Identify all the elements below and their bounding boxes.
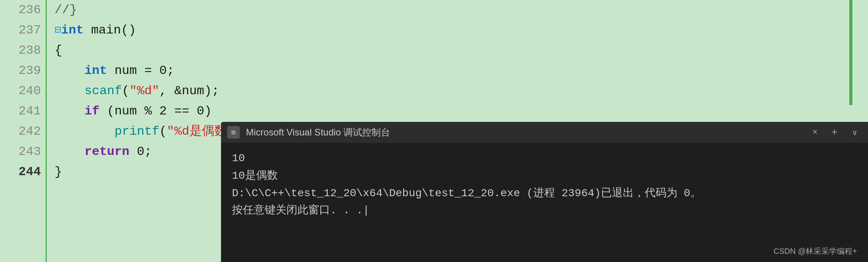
line-number: 241 bbox=[18, 101, 41, 121]
code-token: , &num); bbox=[159, 81, 219, 101]
line-number: 242 bbox=[18, 121, 41, 142]
line-number: 239 bbox=[18, 61, 41, 81]
line-number: 240 bbox=[18, 81, 41, 101]
code-line: int num = 0; bbox=[55, 61, 868, 81]
code-token: ⊟ bbox=[55, 22, 61, 39]
code-line: ⊟int main() bbox=[55, 20, 868, 40]
line-number: 237 bbox=[18, 20, 41, 40]
code-line: { bbox=[55, 40, 868, 61]
code-token: if bbox=[85, 102, 99, 121]
line-number: 236 bbox=[18, 0, 41, 20]
code-token bbox=[55, 122, 115, 141]
right-scrollbar-indicator bbox=[849, 0, 852, 105]
editor-area: 236237238239240241242243244 //}⊟int main… bbox=[0, 0, 868, 262]
watermark: CSDN @林采采学编程+ bbox=[774, 245, 857, 257]
terminal-body: 1010是偶数D:\C\C++\test_12_20\x64\Debug\tes… bbox=[221, 143, 868, 262]
code-token: //} bbox=[55, 0, 77, 20]
code-line: //} bbox=[55, 0, 868, 20]
terminal-icon: ⊞ bbox=[227, 126, 240, 139]
code-token: 0; bbox=[129, 142, 152, 162]
code-token bbox=[55, 102, 85, 121]
code-token: } bbox=[55, 162, 62, 182]
code-token: scanf bbox=[85, 81, 122, 101]
code-token: return bbox=[85, 142, 129, 162]
terminal-output-line: D:\C\C++\test_12_20\x64\Debug\test_12_20… bbox=[232, 185, 857, 202]
code-token: main() bbox=[83, 21, 136, 40]
line-number: 238 bbox=[18, 40, 41, 61]
code-token: int bbox=[85, 61, 107, 81]
terminal-titlebar: ⊞ Microsoft Visual Studio 调试控制台 × + ∨ bbox=[221, 122, 868, 143]
terminal-output-line: 10是偶数 bbox=[232, 167, 857, 185]
code-token bbox=[55, 81, 85, 101]
code-token: num = 0; bbox=[107, 61, 174, 81]
terminal-overlay: ⊞ Microsoft Visual Studio 调试控制台 × + ∨ 10… bbox=[221, 122, 868, 262]
code-line: if (num % 2 == 0) bbox=[55, 101, 868, 121]
line-numbers: 236237238239240241242243244 bbox=[0, 0, 47, 262]
terminal-output-line: 按任意键关闭此窗口. . .| bbox=[232, 202, 857, 220]
code-token: int bbox=[61, 21, 84, 40]
terminal-dropdown-button[interactable]: ∨ bbox=[848, 125, 862, 139]
code-token bbox=[55, 142, 85, 162]
code-token: "%d" bbox=[129, 81, 159, 101]
code-line: scanf("%d", &num); bbox=[55, 81, 868, 101]
code-token: (num % 2 == 0) bbox=[99, 102, 212, 121]
terminal-title: Microsoft Visual Studio 调试控制台 bbox=[246, 126, 803, 139]
code-token: printf bbox=[115, 122, 159, 141]
code-token: { bbox=[55, 41, 62, 60]
code-token: ( bbox=[159, 122, 167, 141]
terminal-add-button[interactable]: + bbox=[827, 125, 841, 139]
code-token: ( bbox=[122, 81, 129, 101]
code-token bbox=[55, 61, 85, 81]
terminal-close-button[interactable]: × bbox=[809, 126, 821, 139]
terminal-output-line: 10 bbox=[232, 150, 857, 167]
line-number: 243 bbox=[18, 142, 41, 162]
line-number: 244 bbox=[18, 162, 41, 182]
